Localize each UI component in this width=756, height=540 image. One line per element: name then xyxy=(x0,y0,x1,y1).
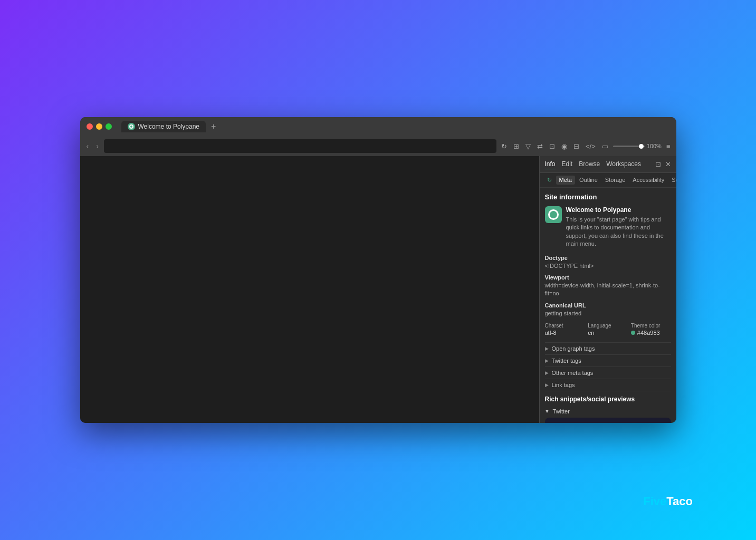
charset-cell: Charset utf-8 xyxy=(545,323,585,336)
site-logo xyxy=(545,206,562,223)
color-swatch xyxy=(631,331,635,335)
traffic-lights xyxy=(87,123,112,130)
link-tags[interactable]: ▶ Link tags xyxy=(545,379,671,391)
site-name: Welcome to Polypane xyxy=(566,206,671,214)
theme-color-value: #48a983 xyxy=(631,330,671,336)
twitter-card: ✓ Polypane xyxy=(545,418,671,423)
canonical-row: Canonical URL getting started xyxy=(545,302,671,317)
zoom-control: 100% xyxy=(613,143,662,149)
main-content: Info Edit Browse Workspaces ⊡ ✕ ↻ Meta O… xyxy=(80,156,676,423)
maximize-button[interactable] xyxy=(106,123,112,130)
zoom-thumb xyxy=(639,144,644,149)
theme-color-label: Theme color xyxy=(631,323,671,329)
favicon-inner xyxy=(129,124,133,129)
viewport-value: width=device-width, initial-scale=1, shr… xyxy=(545,282,671,298)
back-button[interactable]: ‹ xyxy=(84,141,91,151)
doctype-row: Doctype <!DOCTYPE html> xyxy=(545,255,671,270)
expand-panel-icon[interactable]: ⊡ xyxy=(655,160,661,168)
viewport-label: Viewport xyxy=(545,274,671,281)
brand-part1: Five xyxy=(643,495,666,508)
open-graph-tags[interactable]: ▶ Open graph tags xyxy=(545,342,671,354)
panel-sub-nav: ↻ Meta Outline Storage Accessibility Sou… xyxy=(540,173,676,188)
sub-nav-source[interactable]: Source xyxy=(668,176,676,185)
viewport xyxy=(80,156,539,423)
language-cell: Language en xyxy=(588,323,628,336)
site-info-card: Welcome to Polypane This is your "start … xyxy=(545,206,671,248)
expand-icon: ▶ xyxy=(545,346,549,351)
site-description: This is your "start page" with tips and … xyxy=(566,216,671,248)
meta-table: Charset utf-8 Language en Theme color #4… xyxy=(545,323,671,336)
twitter-section: ▼ Twitter ✓ Polypane Welcom xyxy=(545,408,671,423)
refresh-icon[interactable]: ↻ xyxy=(500,141,509,151)
panel-top-nav: Info Edit Browse Workspaces ⊡ ✕ xyxy=(540,156,676,173)
expand-icon: ▶ xyxy=(545,358,549,363)
settings-icon[interactable]: ≡ xyxy=(665,141,672,151)
share-icon[interactable]: ⊟ xyxy=(572,141,581,151)
minimize-button[interactable] xyxy=(96,123,102,130)
brand-part2: Taco xyxy=(666,495,693,508)
panels-icon[interactable]: ⊞ xyxy=(512,141,521,151)
sub-nav-refresh[interactable]: ↻ xyxy=(544,176,555,185)
close-button[interactable] xyxy=(87,123,93,130)
browser-window: Welcome to Polypane + ‹ › ↻ ⊞ ▽ ⇄ ⊡ ◉ ⊟ … xyxy=(80,117,676,423)
screenshot-icon[interactable]: ⊡ xyxy=(548,141,557,151)
active-tab[interactable]: Welcome to Polypane xyxy=(121,121,206,132)
doctype-value: <!DOCTYPE html> xyxy=(545,262,671,270)
close-panel-icon[interactable]: ✕ xyxy=(665,160,671,168)
nav-info[interactable]: Info xyxy=(545,159,556,169)
tab-favicon xyxy=(128,123,135,130)
url-input[interactable] xyxy=(104,139,496,153)
twitter-tags[interactable]: ▶ Twitter tags xyxy=(545,354,671,367)
watermark: FiveTaco xyxy=(643,495,693,508)
twitter-label[interactable]: ▼ Twitter xyxy=(545,408,671,414)
tab-bar: Welcome to Polypane + xyxy=(121,121,219,132)
section-title: Site information xyxy=(545,193,671,201)
expand-icon: ▶ xyxy=(545,382,549,388)
nav-browse[interactable]: Browse xyxy=(579,159,600,169)
rich-snippets-title: Rich snippets/social previews xyxy=(545,391,671,406)
zoom-value: 100% xyxy=(647,143,662,149)
panel-nav-left: Info Edit Browse Workspaces xyxy=(545,159,642,169)
sub-nav-meta[interactable]: Meta xyxy=(556,176,575,185)
camera-icon[interactable]: ◉ xyxy=(560,141,569,151)
toolbar-icons: ↻ ⊞ ▽ ⇄ ⊡ ◉ ⊟ </> ▭ 100% ≡ xyxy=(500,141,672,151)
viewport-row: Viewport width=device-width, initial-sca… xyxy=(545,274,671,298)
tab-title: Welcome to Polypane xyxy=(138,123,200,130)
site-logo-inner xyxy=(548,209,559,220)
charset-label: Charset xyxy=(545,323,585,329)
window-icon[interactable]: ▭ xyxy=(600,141,610,151)
expand-icon: ▶ xyxy=(545,370,549,375)
charset-value: utf-8 xyxy=(545,330,585,336)
forward-button[interactable]: › xyxy=(94,141,101,151)
side-panel: Info Edit Browse Workspaces ⊡ ✕ ↻ Meta O… xyxy=(539,156,676,423)
canonical-label: Canonical URL xyxy=(545,302,671,308)
twitter-expand-icon: ▼ xyxy=(545,409,550,414)
sub-nav-accessibility[interactable]: Accessibility xyxy=(629,176,667,185)
theme-color-cell: Theme color #48a983 xyxy=(631,323,671,336)
zoom-slider[interactable] xyxy=(613,146,645,147)
filter-icon[interactable]: ▽ xyxy=(524,141,532,151)
language-value: en xyxy=(588,330,628,336)
sub-nav-storage[interactable]: Storage xyxy=(602,176,629,185)
sub-nav-outline[interactable]: Outline xyxy=(576,176,601,185)
new-tab-button[interactable]: + xyxy=(208,121,219,132)
other-meta-tags[interactable]: ▶ Other meta tags xyxy=(545,367,671,379)
panel-content: Site information Welcome to Polypane Thi… xyxy=(540,188,676,423)
nav-workspaces[interactable]: Workspaces xyxy=(606,159,641,169)
panel-nav-right: ⊡ ✕ xyxy=(655,160,671,168)
canonical-value: getting started xyxy=(545,310,671,317)
language-label: Language xyxy=(588,323,628,329)
doctype-label: Doctype xyxy=(545,255,671,261)
site-info-text: Welcome to Polypane This is your "start … xyxy=(566,206,671,248)
title-bar: Welcome to Polypane + xyxy=(80,117,676,136)
sync-icon[interactable]: ⇄ xyxy=(535,141,544,151)
url-bar: ‹ › ↻ ⊞ ▽ ⇄ ⊡ ◉ ⊟ </> ▭ 100% ≡ xyxy=(80,136,676,156)
nav-edit[interactable]: Edit xyxy=(562,159,573,169)
code-icon[interactable]: </> xyxy=(584,141,597,151)
